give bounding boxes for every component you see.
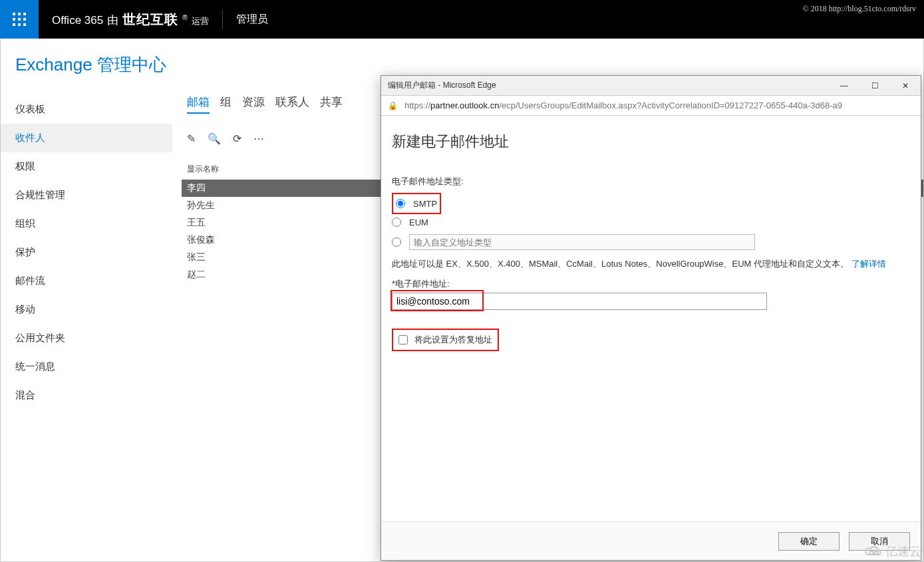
search-icon[interactable]: 🔍 [208, 132, 221, 145]
radio-smtp-label: SMTP [413, 199, 437, 209]
sidebar: Exchange 管理中心 仪表板 收件人 权限 合规性管理 组织 保护 邮件流… [1, 39, 172, 561]
custom-type-input[interactable] [409, 234, 755, 250]
svg-rect-6 [13, 23, 15, 26]
svg-rect-1 [18, 13, 21, 15]
help-text: 此地址可以是 EX、X.500、X.400、MSMail、CcMail、Lotu… [392, 257, 910, 271]
svg-point-9 [870, 551, 873, 555]
highlight-smtp: SMTP [392, 193, 441, 214]
learn-more-link[interactable]: 了解详情 [851, 259, 886, 269]
popup-window: 编辑用户邮箱 - Microsoft Edge — ☐ ✕ 🔒 https://… [381, 75, 921, 561]
window-title: 编辑用户邮箱 - Microsoft Edge [388, 80, 496, 91]
sidebar-item-organization[interactable]: 组织 [1, 210, 172, 238]
highlight-reply-checkbox: 将此设置为答复地址 [392, 329, 499, 351]
tab-shared[interactable]: 共享 [320, 94, 343, 114]
sidebar-item-recipients[interactable]: 收件人 [1, 124, 172, 152]
waffle-icon [13, 13, 26, 26]
brand: Office 365 由 世纪互联 ® 运营 [52, 11, 209, 29]
brand-cn: 世纪互联 [122, 11, 178, 29]
top-bar: Office 365 由 世纪互联 ® 运营 管理员 © 2018 http:/… [0, 0, 924, 39]
tab-contacts[interactable]: 联系人 [275, 94, 309, 114]
cloud-icon [864, 545, 883, 557]
sidebar-item-permissions[interactable]: 权限 [1, 152, 172, 181]
svg-rect-3 [13, 18, 15, 21]
ok-button[interactable]: 确定 [778, 532, 840, 551]
tab-groups[interactable]: 组 [220, 94, 231, 114]
admin-label[interactable]: 管理员 [236, 13, 268, 27]
svg-point-10 [875, 551, 878, 555]
radio-smtp[interactable] [396, 199, 405, 208]
registered-icon: ® [182, 14, 187, 21]
page-title: Exchange 管理中心 [1, 53, 172, 95]
popup-footer: 确定 取消 [381, 521, 921, 560]
radio-custom[interactable] [392, 237, 401, 247]
svg-rect-8 [23, 23, 26, 26]
watermark-text: 亿速云 [885, 543, 921, 559]
watermark: 亿速云 [864, 543, 921, 559]
radio-eum-label: EUM [409, 217, 428, 227]
popup-heading: 新建电子邮件地址 [392, 132, 910, 152]
more-icon[interactable]: ⋯ [253, 132, 264, 145]
brand-by: 由 [107, 13, 118, 28]
sidebar-item-compliance[interactable]: 合规性管理 [1, 181, 172, 210]
svg-rect-5 [23, 18, 26, 21]
sidebar-item-mailflow[interactable]: 邮件流 [1, 267, 172, 295]
email-input[interactable] [392, 293, 767, 310]
copyright: © 2018 http://blog.51cto.com/rdsrv [803, 4, 916, 14]
sidebar-item-dashboard[interactable]: 仪表板 [1, 95, 172, 124]
url-prefix: https:// [404, 100, 430, 110]
svg-rect-7 [18, 23, 21, 26]
refresh-icon[interactable]: ⟳ [233, 132, 241, 145]
reply-address-checkbox[interactable] [398, 335, 408, 345]
url: https://partner.outlook.cn/ecp/UsersGrou… [404, 100, 842, 110]
divider [222, 9, 223, 29]
reply-address-label: 将此设置为答复地址 [414, 334, 492, 346]
edit-icon[interactable]: ✎ [187, 132, 196, 145]
url-path: /ecp/UsersGroups/EditMailbox.aspx?Activi… [499, 100, 842, 110]
sidebar-item-hybrid[interactable]: 混合 [1, 381, 172, 410]
help-text-content: 此地址可以是 EX、X.500、X.400、MSMail、CcMail、Lotu… [392, 259, 849, 269]
sidebar-item-public-folders[interactable]: 公用文件夹 [1, 324, 172, 352]
email-label: *电子邮件地址: [392, 278, 910, 290]
app-launcher-button[interactable] [0, 0, 39, 39]
url-host: partner.outlook.cn [430, 100, 499, 110]
tab-resources[interactable]: 资源 [242, 94, 265, 114]
window-titlebar[interactable]: 编辑用户邮箱 - Microsoft Edge — ☐ ✕ [381, 76, 921, 96]
radio-eum[interactable] [392, 217, 401, 227]
brand-op: 运营 [192, 15, 209, 27]
svg-rect-2 [23, 13, 26, 15]
address-bar[interactable]: 🔒 https://partner.outlook.cn/ecp/UsersGr… [381, 96, 921, 116]
type-label: 电子邮件地址类型: [392, 176, 910, 188]
svg-rect-0 [13, 13, 15, 15]
brand-left: Office 365 [52, 14, 103, 27]
window-maximize-button[interactable]: ☐ [859, 76, 890, 96]
svg-rect-4 [18, 18, 21, 21]
window-close-button[interactable]: ✕ [890, 76, 921, 96]
sidebar-item-protection[interactable]: 保护 [1, 238, 172, 267]
window-minimize-button[interactable]: — [829, 76, 859, 96]
lock-icon: 🔒 [388, 101, 398, 110]
popup-body: 新建电子邮件地址 电子邮件地址类型: SMTP EUM 此地址可以是 EX、X.… [381, 116, 921, 521]
tab-mailboxes[interactable]: 邮箱 [187, 94, 210, 114]
sidebar-item-unified-messaging[interactable]: 统一消息 [1, 352, 172, 381]
sidebar-item-mobile[interactable]: 移动 [1, 295, 172, 324]
